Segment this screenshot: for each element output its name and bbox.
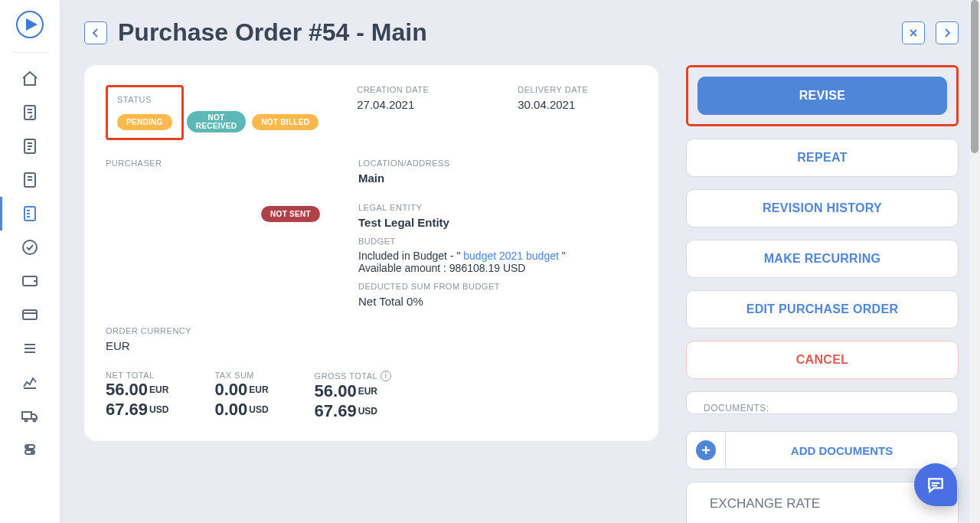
legal-entity-value: Test Legal Entity — [358, 216, 637, 229]
purchaser-label: PURCHASER — [106, 159, 320, 168]
net-total-usd: 67.69 — [106, 400, 148, 420]
creation-date-label: CREATION DATE — [357, 85, 479, 94]
nav-requests[interactable] — [0, 96, 60, 129]
legal-entity-label: LEGAL ENTITY — [358, 203, 637, 212]
nav-purchase-orders[interactable] — [0, 197, 60, 230]
tax-sum-eur: 0.00 — [214, 380, 247, 400]
svg-point-10 — [25, 420, 28, 422]
order-summary-card: STATUS PENDING NOT RECEIVED NOT BILLED C… — [84, 65, 658, 441]
status-not-received-badge: NOT RECEIVED — [187, 111, 247, 132]
close-button[interactable] — [902, 21, 925, 44]
svg-rect-8 — [23, 310, 37, 319]
status-not-sent-badge: NOT SENT — [261, 206, 320, 222]
delivery-date-value: 30.04.2021 — [518, 98, 640, 111]
page-header: Purchase Order #54 - Main — [84, 18, 959, 47]
svg-rect-9 — [22, 412, 31, 419]
order-currency-label: ORDER CURRENCY — [106, 326, 228, 335]
info-icon[interactable]: i — [381, 371, 391, 381]
net-total-eur: 56.00 — [106, 380, 148, 400]
chat-button[interactable] — [914, 463, 957, 506]
nav-approvals[interactable] — [0, 230, 60, 264]
revision-history-button[interactable]: REVISION HISTORY — [686, 189, 959, 227]
page-title: Purchase Order #54 - Main — [118, 18, 427, 47]
location-value: Main — [358, 172, 637, 185]
app-logo[interactable] — [16, 11, 44, 38]
nav-list[interactable] — [0, 332, 60, 365]
nav-card[interactable] — [0, 298, 60, 332]
actions-column: REVISE REPEAT REVISION HISTORY MAKE RECU… — [686, 65, 959, 523]
budget-link[interactable]: budget 2021 budget — [463, 250, 559, 262]
sidebar — [0, 0, 60, 523]
status-highlight: STATUS PENDING — [106, 85, 184, 140]
creation-date-value: 27.04.2021 — [357, 98, 479, 111]
edit-purchase-order-button[interactable]: EDIT PURCHASE ORDER — [686, 290, 959, 329]
add-documents-label: ADD DOCUMENTS — [725, 432, 958, 469]
add-documents-button[interactable]: + ADD DOCUMENTS — [686, 431, 959, 469]
scrollbar[interactable] — [969, 0, 980, 523]
delivery-date-label: DELIVERY DATE — [518, 85, 640, 94]
revise-highlight: REVISE — [686, 65, 959, 126]
next-button[interactable] — [936, 21, 959, 44]
svg-point-15 — [31, 452, 33, 453]
net-total-label: NET TOTAL — [106, 371, 168, 380]
deducted-label: DEDUCTED SUM FROM BUDGET — [358, 282, 637, 291]
status-pending-badge: PENDING — [117, 114, 172, 130]
svg-point-6 — [23, 240, 37, 254]
revise-button[interactable]: REVISE — [697, 77, 947, 115]
nav-wallet[interactable] — [0, 264, 60, 298]
gross-total-usd: 67.69 — [315, 401, 357, 421]
tax-sum-usd: 0.00 — [214, 400, 247, 420]
main-content: Purchase Order #54 - Main STATUS PENDING — [60, 0, 980, 523]
gross-total-label: GROSS TOTAL i — [315, 371, 392, 381]
cancel-button[interactable]: CANCEL — [686, 341, 959, 379]
budget-label: BUDGET — [358, 237, 637, 246]
nav-invoices[interactable] — [0, 163, 60, 197]
plus-icon: + — [687, 432, 725, 469]
svg-marker-1 — [26, 18, 38, 31]
back-button[interactable] — [84, 21, 107, 44]
repeat-button[interactable]: REPEAT — [686, 139, 959, 177]
nav-home[interactable] — [0, 62, 60, 96]
make-recurring-button[interactable]: MAKE RECURRING — [686, 240, 959, 278]
nav-delivery[interactable] — [0, 399, 60, 433]
gross-total-eur: 56.00 — [315, 381, 357, 401]
nav-reports[interactable] — [0, 365, 60, 399]
nav-orders[interactable] — [0, 129, 60, 163]
order-currency-value: EUR — [106, 339, 228, 352]
svg-point-14 — [27, 446, 28, 448]
divider — [11, 52, 48, 53]
deducted-value: Net Total 0% — [358, 295, 637, 308]
budget-value: Included in Budget - " budget 2021 budge… — [358, 250, 637, 262]
totals: NET TOTAL 56.00EUR 67.69USD TAX SUM 0.00… — [106, 371, 637, 421]
nav-settings[interactable] — [0, 433, 60, 466]
location-label: LOCATION/ADDRESS — [358, 159, 637, 168]
tax-sum-label: TAX SUM — [214, 371, 268, 380]
exchange-rate-title: EXCHANGE RATE — [710, 496, 935, 512]
documents-panel: DOCUMENTS: — [686, 391, 959, 414]
documents-label: DOCUMENTS: — [687, 392, 958, 413]
svg-point-11 — [34, 420, 36, 422]
status-not-billed-badge: NOT BILLED — [252, 114, 318, 130]
status-label: STATUS — [117, 95, 152, 104]
budget-available: Available amount : 986108.19 USD — [358, 262, 637, 274]
